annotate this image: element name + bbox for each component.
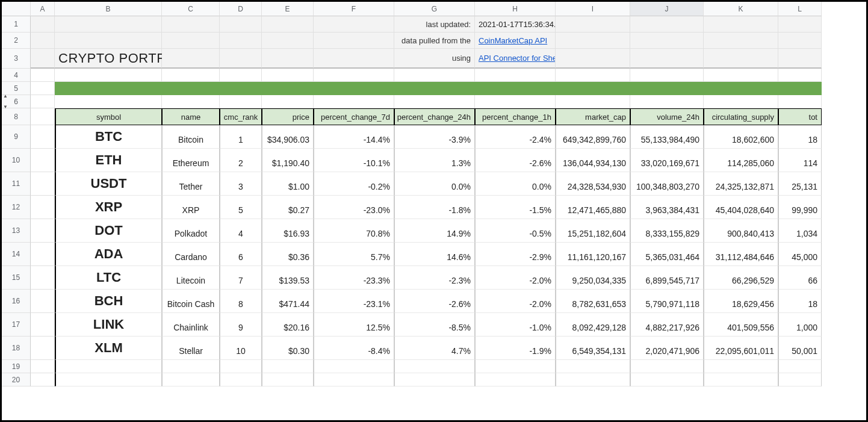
cell[interactable] — [778, 16, 822, 33]
table-cell-mcap[interactable]: 9,250,034,335 — [556, 266, 630, 290]
cell[interactable] — [262, 16, 314, 33]
table-cell-cmc_rank[interactable]: 5 — [220, 196, 262, 219]
table-cell-pc24h[interactable]: 14.6% — [394, 243, 475, 266]
table-cell-name[interactable]: Bitcoin Cash — [162, 290, 220, 313]
row-header-12[interactable]: 12 — [2, 196, 31, 219]
row-header-17[interactable]: 17 — [2, 313, 31, 337]
cell[interactable] — [314, 69, 394, 82]
cell[interactable] — [162, 69, 220, 82]
cell[interactable] — [31, 108, 55, 125]
cell[interactable] — [556, 360, 630, 373]
select-all-cell[interactable] — [2, 2, 31, 16]
cell[interactable] — [220, 360, 262, 373]
cell[interactable] — [55, 95, 162, 108]
table-cell-symbol[interactable]: ETH — [55, 149, 162, 172]
cell[interactable] — [630, 360, 704, 373]
column-header-E[interactable]: E — [262, 2, 314, 16]
row-header-20[interactable]: 20 — [2, 373, 31, 386]
table-cell-pc7d[interactable]: -14.4% — [314, 125, 394, 149]
cell[interactable] — [556, 95, 630, 108]
cell[interactable] — [630, 95, 704, 108]
table-cell-vol[interactable]: 2,020,471,906 — [630, 337, 704, 360]
table-cell-tot[interactable]: 66 — [778, 266, 822, 290]
row-header-14[interactable]: 14 — [2, 243, 31, 266]
cell[interactable] — [778, 49, 822, 69]
table-header-percent_change_24h[interactable]: percent_change_24h — [394, 108, 475, 125]
cell[interactable] — [475, 373, 556, 386]
cell[interactable] — [220, 373, 262, 386]
table-cell-symbol[interactable]: BTC — [55, 125, 162, 149]
table-cell-mcap[interactable]: 15,251,182,604 — [556, 219, 630, 243]
cell[interactable] — [314, 373, 394, 386]
table-cell-name[interactable]: Bitcoin — [162, 125, 220, 149]
cell[interactable] — [778, 69, 822, 82]
row-header-19[interactable]: 19 — [2, 360, 31, 373]
column-header-C[interactable]: C — [162, 2, 220, 16]
row-header-2[interactable]: 2 — [2, 33, 31, 49]
cell[interactable] — [704, 49, 778, 69]
table-cell-supply[interactable]: 18,602,600 — [704, 125, 778, 149]
table-cell-pc1h[interactable]: 0.0% — [475, 172, 556, 196]
table-cell-pc7d[interactable]: -23.3% — [314, 266, 394, 290]
cell[interactable] — [704, 16, 778, 33]
cell[interactable] — [162, 95, 220, 108]
table-cell-tot[interactable]: 99,990 — [778, 196, 822, 219]
table-cell-vol[interactable]: 8,333,155,829 — [630, 219, 704, 243]
cell[interactable] — [31, 219, 55, 243]
row-header-11[interactable]: 11 — [2, 172, 31, 196]
meta-using-link-cell[interactable]: API Connector for Sheets — [475, 49, 556, 69]
cell[interactable] — [630, 49, 704, 69]
row-header-18[interactable]: 18 — [2, 337, 31, 360]
cell[interactable] — [630, 33, 704, 49]
table-cell-pc1h[interactable]: -0.5% — [475, 219, 556, 243]
cell[interactable] — [556, 69, 630, 82]
table-cell-name[interactable]: Cardano — [162, 243, 220, 266]
meta-pulled-label[interactable]: data pulled from the — [394, 33, 475, 49]
cell[interactable] — [556, 33, 630, 49]
column-header-K[interactable]: K — [704, 2, 778, 16]
table-cell-supply[interactable]: 900,840,413 — [704, 219, 778, 243]
table-cell-price[interactable]: $34,906.03 — [262, 125, 314, 149]
table-cell-supply[interactable]: 114,285,060 — [704, 149, 778, 172]
cell[interactable] — [630, 69, 704, 82]
table-cell-mcap[interactable]: 8,782,631,653 — [556, 290, 630, 313]
cell[interactable] — [262, 33, 314, 49]
cell[interactable] — [55, 69, 162, 82]
cell[interactable] — [31, 196, 55, 219]
row-header-3[interactable]: 3 — [2, 49, 31, 69]
table-cell-symbol[interactable]: LTC — [55, 266, 162, 290]
cell[interactable] — [31, 49, 55, 69]
table-cell-tot[interactable]: 1,034 — [778, 219, 822, 243]
table-cell-pc24h[interactable]: -8.5% — [394, 313, 475, 337]
table-cell-pc7d[interactable]: 5.7% — [314, 243, 394, 266]
table-cell-pc1h[interactable]: -1.0% — [475, 313, 556, 337]
cell[interactable] — [31, 360, 55, 373]
table-header-circulating_supply[interactable]: circulating_supply — [704, 108, 778, 125]
table-cell-pc7d[interactable]: -0.2% — [314, 172, 394, 196]
row-header-4[interactable]: 4 — [2, 69, 31, 82]
cell[interactable] — [630, 373, 704, 386]
table-cell-price[interactable]: $1.00 — [262, 172, 314, 196]
cell[interactable] — [31, 33, 55, 49]
table-cell-price[interactable]: $0.36 — [262, 243, 314, 266]
column-header-I[interactable]: I — [556, 2, 630, 16]
cell[interactable] — [31, 149, 55, 172]
meta-pulled-link-cell[interactable]: CoinMarketCap API — [475, 33, 556, 49]
column-header-J[interactable]: J — [630, 2, 704, 16]
api-connector-link[interactable]: API Connector for Sheets — [479, 54, 556, 63]
table-cell-pc1h[interactable]: -2.9% — [475, 243, 556, 266]
table-cell-vol[interactable]: 33,020,169,671 — [630, 149, 704, 172]
table-header-cmc_rank[interactable]: cmc_rank — [220, 108, 262, 125]
table-cell-pc24h[interactable]: 1.3% — [394, 149, 475, 172]
cell[interactable] — [262, 95, 314, 108]
table-cell-name[interactable]: XRP — [162, 196, 220, 219]
table-cell-cmc_rank[interactable]: 7 — [220, 266, 262, 290]
table-cell-name[interactable]: Tether — [162, 172, 220, 196]
table-cell-price[interactable]: $471.44 — [262, 290, 314, 313]
table-header-price[interactable]: price — [262, 108, 314, 125]
coinmarketcap-link[interactable]: CoinMarketCap API — [479, 36, 547, 45]
table-cell-cmc_rank[interactable]: 9 — [220, 313, 262, 337]
cell[interactable] — [394, 373, 475, 386]
cell[interactable] — [162, 16, 220, 33]
row-header-8[interactable]: 8 — [2, 108, 31, 125]
